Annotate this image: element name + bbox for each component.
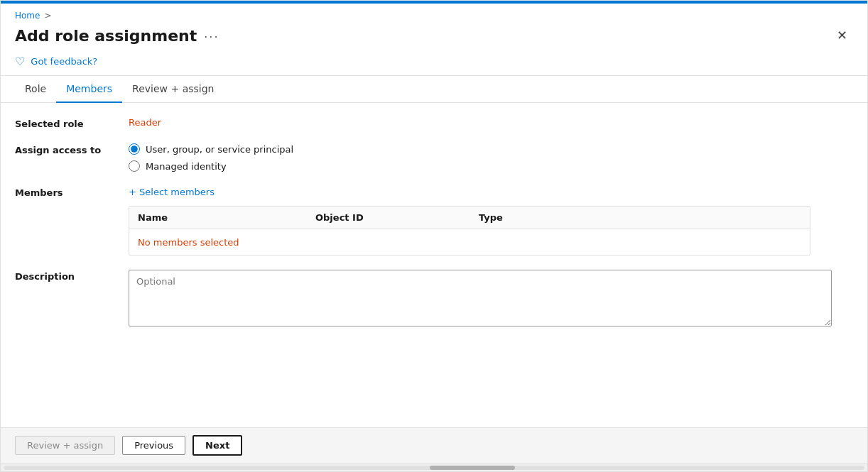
tab-review-assign[interactable]: Review + assign (122, 76, 224, 103)
radio-managed-identity[interactable]: Managed identity (129, 160, 293, 172)
assign-access-row: Assign access to User, group, or service… (15, 143, 853, 172)
tab-bar: Role Members Review + assign (1, 76, 867, 103)
radio-managed-identity-input[interactable] (129, 160, 140, 172)
members-label: Members (15, 186, 129, 198)
panel: Home > Add role assignment ··· ✕ ♡ Got f… (0, 0, 868, 472)
table-col-objectid: Object ID (315, 212, 479, 223)
tab-members[interactable]: Members (56, 76, 122, 103)
tab-role[interactable]: Role (15, 76, 56, 103)
feedback-bar: ♡ Got feedback? (1, 50, 867, 75)
radio-user-group[interactable]: User, group, or service principal (129, 143, 293, 155)
header-left: Add role assignment ··· (15, 27, 219, 45)
selected-role-row: Selected role Reader (15, 117, 853, 129)
footer: Review + assign Previous Next (1, 427, 867, 463)
no-members-message: No members selected (138, 237, 239, 248)
select-members-link[interactable]: + Select members (129, 187, 215, 197)
members-table: Name Object ID Type No members selected (129, 206, 810, 256)
table-col-name: Name (138, 212, 315, 223)
members-section: + Select members Name Object ID Type No … (129, 186, 853, 256)
next-button[interactable]: Next (192, 435, 242, 456)
description-label: Description (15, 270, 129, 282)
selected-role-label: Selected role (15, 117, 129, 129)
description-textarea[interactable] (129, 270, 832, 326)
scroll-thumb[interactable] (430, 466, 515, 470)
page-header: Add role assignment ··· ✕ (1, 23, 867, 50)
selected-role-value: Reader (129, 117, 853, 128)
assign-access-radio-group: User, group, or service principal Manage… (129, 143, 293, 172)
breadcrumb-home-link[interactable]: Home (15, 11, 40, 21)
main-content: Selected role Reader Assign access to Us… (1, 103, 867, 427)
scroll-track (4, 466, 864, 470)
page-title: Add role assignment (15, 27, 197, 45)
breadcrumb: Home > (1, 4, 867, 23)
horizontal-scrollbar[interactable] (1, 463, 867, 471)
previous-button[interactable]: Previous (122, 436, 185, 455)
more-options-button[interactable]: ··· (204, 31, 219, 44)
radio-user-group-input[interactable] (129, 143, 140, 155)
feedback-link[interactable]: Got feedback? (31, 56, 97, 67)
members-row: Members + Select members Name Object ID … (15, 186, 853, 256)
table-header: Name Object ID Type (129, 207, 810, 229)
table-body: No members selected (129, 229, 810, 255)
radio-managed-identity-label: Managed identity (146, 161, 227, 172)
table-col-type: Type (479, 212, 621, 223)
assign-access-label: Assign access to (15, 143, 129, 155)
breadcrumb-separator: > (44, 11, 51, 21)
description-row: Description (15, 270, 853, 326)
radio-user-group-label: User, group, or service principal (146, 144, 293, 155)
review-assign-button[interactable]: Review + assign (15, 436, 115, 455)
close-button[interactable]: ✕ (831, 26, 853, 45)
heart-icon: ♡ (15, 55, 25, 68)
